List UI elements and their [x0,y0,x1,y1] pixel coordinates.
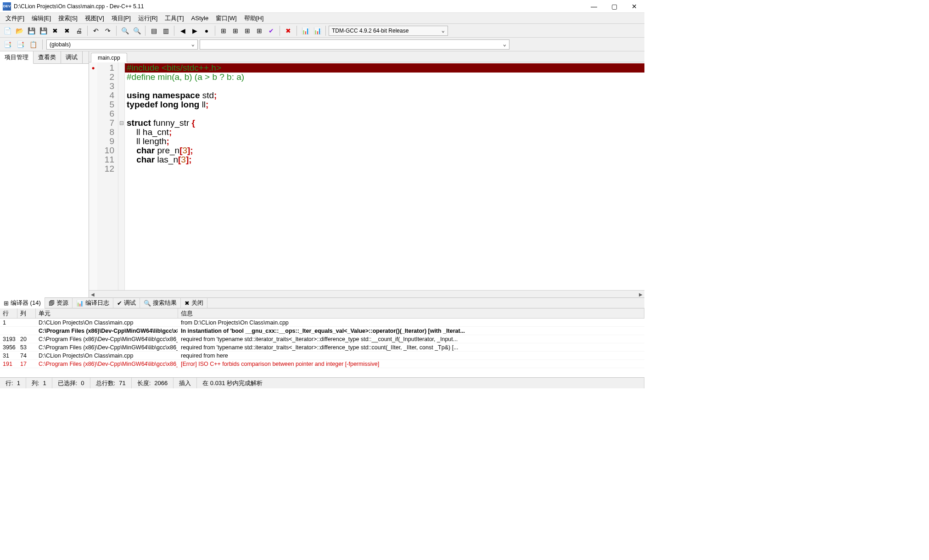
line-number-gutter: 123456789101112 [97,62,118,290]
output-body[interactable]: 1D:\CLion Projects\On Class\main.cpp fro… [0,319,644,377]
run-icon[interactable]: ⊞ [230,25,241,36]
output-row[interactable]: 3174D:\CLion Projects\On Class\main.cppr… [0,352,644,360]
stop-icon[interactable]: ✖ [283,25,294,36]
project-tree[interactable] [0,64,89,297]
output-header: 行 列 单元 信息 [0,308,644,319]
output-row[interactable]: 1D:\CLion Projects\On Class\main.cpp fro… [0,319,644,327]
open-file-icon[interactable]: 📂 [14,25,25,36]
tab-icon: ✔ [117,300,122,307]
tab-icon: 🔍 [144,300,151,307]
bottom-tab[interactable]: ⊞编译器 (14) [0,297,45,308]
scope-select[interactable]: (globals) [46,39,198,50]
output-col-row[interactable]: 行 [0,308,17,318]
menu-item[interactable]: 帮助[H] [241,13,268,24]
bottom-tab[interactable]: ✔调试 [113,297,140,308]
bottom-tab[interactable]: 🔍搜索结果 [140,297,181,308]
goto-bookmark-icon[interactable]: ▥ [160,25,171,36]
profile-icon[interactable]: 📊 [300,25,311,36]
breakpoint-column[interactable]: ● [89,62,97,290]
debug-icon[interactable]: ✔ [266,25,277,36]
new-file-icon[interactable]: 📄 [2,25,13,36]
menu-item[interactable]: 窗口[W] [212,13,241,24]
fold-column[interactable]: ⊟ [118,62,125,290]
close-all-icon[interactable]: ✖ [62,25,73,36]
menu-item[interactable]: AStyle [188,13,213,23]
find-icon[interactable]: 🔍 [119,25,130,36]
goto-header-icon[interactable]: 📑 [2,39,13,50]
close-button[interactable]: ✕ [624,0,644,13]
replace-icon[interactable]: 🔍 [131,25,142,36]
bottom-tab[interactable]: ✖关闭 [181,297,207,308]
goto-source-icon[interactable]: 📑 [15,39,26,50]
left-tab[interactable]: 查看类 [34,51,61,63]
titlebar: DEV D:\CLion Projects\On Class\main.cpp … [0,0,644,13]
editor-panel: main.cpp ● 123456789101112 ⊟ #include <b… [89,51,644,297]
member-select[interactable] [200,39,509,50]
tab-icon: ⊞ [4,300,9,307]
status-line: 行:1 [0,378,26,388]
editor-hscrollbar[interactable]: ◀ ▶ [89,290,644,297]
left-tabs: 项目管理查看类调试 [0,51,89,64]
toggle-bookmark-icon[interactable]: ▤ [148,25,159,36]
status-parse-time: 在 0.031 秒内完成解析 [197,378,644,388]
undo-icon[interactable]: ↶ [90,25,101,36]
window-title: D:\CLion Projects\On Class\main.cpp - De… [14,3,584,10]
statusbar: 行:1 列:1 已选择:0 总行数:71 长度:2066 插入 在 0.031 … [0,377,644,388]
code-body[interactable]: #include <bits/stdc++.h>#define min(a, b… [125,62,644,290]
nav-toolbar: 📑 📑 📋 (globals) [0,38,644,51]
save-icon[interactable]: 💾 [26,25,37,36]
status-col: 列:1 [26,378,52,388]
breakpoint-icon[interactable]: ● [201,25,212,36]
compile-icon[interactable]: ⊞ [218,25,229,36]
delete-profile-icon[interactable]: 📊 [312,25,323,36]
tab-icon: 🗐 [49,300,55,307]
menu-item[interactable]: 文件[F] [2,13,28,24]
save-all-icon[interactable]: 💾 [38,25,49,36]
print-icon[interactable]: 🖨 [73,25,84,36]
main-area: 项目管理查看类调试 main.cpp ● 123456789101112 ⊟ #… [0,51,644,297]
file-tab-main[interactable]: main.cpp [91,53,127,62]
compile-run-icon[interactable]: ⊞ [242,25,253,36]
output-col-msg[interactable]: 信息 [178,308,644,318]
status-insert-mode: 插入 [173,378,197,388]
forward-icon[interactable]: ▶ [189,25,200,36]
bottom-tab[interactable]: 🗐资源 [45,297,73,308]
redo-icon[interactable]: ↷ [102,25,113,36]
scroll-left-icon[interactable]: ◀ [89,291,96,298]
left-panel: 项目管理查看类调试 [0,51,89,297]
back-icon[interactable]: ◀ [177,25,188,36]
compiler-profile-select[interactable]: TDM-GCC 4.9.2 64-bit Release [329,26,448,36]
left-tab[interactable]: 调试 [61,51,83,63]
menu-item[interactable]: 编辑[E] [28,13,55,24]
menu-item[interactable]: 视图[V] [81,13,108,24]
scroll-right-icon[interactable]: ▶ [637,291,644,298]
rebuild-icon[interactable]: ⊞ [254,25,265,36]
menu-item[interactable]: 搜索[S] [55,13,81,24]
menu-item[interactable]: 运行[R] [134,13,162,24]
bottom-tab[interactable]: 📊编译日志 [73,297,113,308]
code-editor[interactable]: ● 123456789101112 ⊟ #include <bits/stdc+… [89,62,644,290]
maximize-button[interactable]: ▢ [604,0,624,13]
menu-item[interactable]: 项目[P] [108,13,134,24]
output-col-col[interactable]: 列 [17,308,36,318]
left-tab[interactable]: 项目管理 [0,51,34,64]
menu-item[interactable]: 工具[T] [161,13,187,24]
menubar: 文件[F]编辑[E]搜索[S]视图[V]项目[P]运行[R]工具[T]AStyl… [0,13,644,24]
output-row[interactable]: 395653C:\Program Files (x86)\Dev-Cpp\Min… [0,343,644,352]
status-length: 长度:2066 [132,378,174,388]
file-tabs: main.cpp [89,51,644,62]
output-col-unit[interactable]: 单元 [36,308,178,318]
output-row[interactable]: C:\Program Files (x86)\Dev-Cpp\MinGW64\l… [0,327,644,335]
compiler-output: 行 列 单元 信息 1D:\CLion Projects\On Class\ma… [0,308,644,377]
status-total-lines: 总行数:71 [90,378,132,388]
app-icon: DEV [3,2,11,11]
bottom-tabs: ⊞编译器 (14)🗐资源📊编译日志✔调试🔍搜索结果✖关闭 [0,297,644,308]
close-file-icon[interactable]: ✖ [50,25,61,36]
class-browser-icon[interactable]: 📋 [28,39,39,50]
main-toolbar: 📄 📂 💾 💾 ✖ ✖ 🖨 ↶ ↷ 🔍 🔍 ▤ ▥ ◀ ▶ ● ⊞ ⊞ ⊞ ⊞ … [0,24,644,38]
tab-icon: ✖ [185,300,190,307]
minimize-button[interactable]: — [584,0,604,13]
output-row[interactable]: 19117C:\Program Files (x86)\Dev-Cpp\MinG… [0,360,644,368]
status-selection: 已选择:0 [52,378,90,388]
output-row[interactable]: 319320C:\Program Files (x86)\Dev-Cpp\Min… [0,335,644,343]
